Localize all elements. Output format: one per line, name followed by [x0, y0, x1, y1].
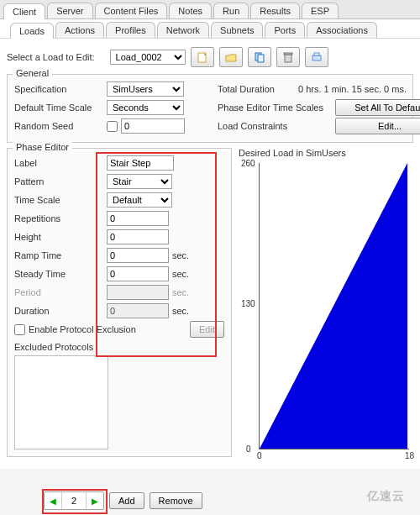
open-icon: [225, 51, 237, 63]
reps-label: Repetitions: [14, 213, 107, 223]
open-button[interactable]: [219, 47, 243, 67]
steady-input[interactable]: [107, 266, 169, 281]
copy-icon: [254, 51, 265, 63]
seed-label: Random Seed: [14, 121, 107, 131]
copy-button[interactable]: [248, 47, 271, 67]
svg-rect-3: [285, 55, 291, 62]
tab-results[interactable]: Results: [250, 3, 300, 18]
reps-input[interactable]: [107, 211, 169, 226]
pager-prev[interactable]: ◀: [45, 492, 61, 509]
tab-content-files[interactable]: Content Files: [95, 3, 168, 18]
period-unit: sec.: [172, 287, 189, 297]
spec-select[interactable]: SimUsers: [107, 81, 184, 97]
enable-exclusion-checkbox[interactable]: [14, 324, 25, 335]
tab-notes[interactable]: Notes: [169, 3, 212, 18]
tab-esp[interactable]: ESP: [302, 3, 339, 18]
watermark: 亿速云: [367, 489, 405, 504]
chart-area: 260 130 0 0 18: [259, 163, 409, 449]
toolbar: Select a Load to Edit: Load_0002: [7, 45, 413, 74]
excluded-protocols-label: Excluded Protocols: [14, 342, 224, 352]
duration-input: [107, 303, 169, 318]
seed-checkbox[interactable]: [107, 121, 118, 132]
pattern-select[interactable]: Stair: [107, 174, 172, 189]
period-input: [107, 285, 169, 300]
height-label: Height: [14, 232, 107, 242]
pager-next[interactable]: ▶: [87, 492, 103, 509]
group-general-title: General: [13, 68, 52, 78]
spec-label: Specification: [14, 84, 107, 94]
new-icon: [197, 51, 208, 63]
load-select[interactable]: Load_0002: [110, 50, 186, 65]
default-tscale-label: Default Time Scale: [14, 102, 107, 113]
chart-series-fill: [260, 163, 407, 449]
group-phase-editor: Phase Editor Label Pattern Stair Time Sc…: [7, 148, 232, 457]
footer: ◀ ▶ Add Remove: [7, 491, 413, 510]
totaldur-label: Total Duration: [218, 84, 298, 94]
remove-button[interactable]: Remove: [150, 492, 202, 509]
seed-input[interactable]: [121, 118, 185, 134]
ytick-mid: 130: [241, 299, 255, 308]
enable-exclusion-label: Enable Protocol Exclusion: [29, 324, 190, 334]
phasescales-label: Phase Editor Time Scales: [218, 102, 335, 113]
period-label: Period: [14, 287, 107, 297]
ytick-bot: 0: [246, 444, 251, 454]
tab-run[interactable]: Run: [213, 3, 249, 18]
delete-button[interactable]: [276, 47, 300, 67]
svg-rect-6: [314, 53, 319, 55]
pager: ◀ ▶: [44, 491, 104, 510]
print-button[interactable]: [305, 47, 328, 67]
duration-label: Duration: [14, 306, 107, 316]
print-icon: [311, 51, 323, 63]
excluded-protocols-list[interactable]: [14, 355, 108, 449]
steady-label: Steady Time: [14, 269, 107, 279]
ramp-label: Ramp Time: [14, 250, 107, 260]
ramp-input[interactable]: [107, 248, 169, 263]
new-button[interactable]: [191, 47, 214, 67]
xtick-right: 18: [405, 451, 414, 460]
chart-title: Desired Load in SimUsers: [239, 148, 413, 158]
exclusion-edit-button: Edit: [190, 321, 224, 338]
phase-title: Phase Editor: [13, 142, 72, 152]
totaldur-value: 0 hrs. 1 min. 15 sec. 0 ms.: [298, 84, 407, 94]
ramp-unit: sec.: [172, 250, 189, 260]
duration-unit: sec.: [172, 306, 189, 316]
toolbar-label: Select a Load to Edit:: [7, 52, 95, 62]
height-input[interactable]: [107, 229, 169, 244]
subtab-ports[interactable]: Ports: [265, 22, 305, 38]
tab-client[interactable]: Client: [3, 3, 45, 19]
label-label: Label: [14, 158, 107, 168]
default-tscale-select[interactable]: Seconds: [107, 100, 184, 115]
subtab-profiles[interactable]: Profiles: [106, 22, 155, 38]
pager-input[interactable]: [61, 492, 87, 509]
phase-tscale-select[interactable]: Default: [107, 192, 172, 208]
subtab-associations[interactable]: Associations: [307, 22, 377, 38]
chart-panel: Desired Load in SimUsers 260 130 0 0 18: [239, 148, 413, 462]
subtab-subnets[interactable]: Subnets: [211, 22, 263, 38]
tab-server[interactable]: Server: [47, 3, 92, 18]
add-button[interactable]: Add: [109, 492, 144, 509]
subtab-actions[interactable]: Actions: [55, 22, 104, 38]
label-input[interactable]: [107, 155, 174, 171]
tabs-sub: Loads Actions Profiles Network Subnets P…: [0, 19, 420, 39]
constraints-label: Load Constraints: [218, 121, 335, 131]
phase-tscale-label: Time Scale: [14, 195, 107, 205]
xtick-left: 0: [257, 451, 262, 460]
svg-rect-2: [258, 55, 264, 62]
svg-rect-5: [312, 55, 321, 60]
subtab-loads[interactable]: Loads: [10, 23, 54, 39]
pattern-label: Pattern: [14, 176, 107, 187]
subtab-network[interactable]: Network: [157, 22, 209, 38]
edit-constraints-button[interactable]: Edit...: [335, 118, 420, 134]
tabs-top: Client Server Content Files Notes Run Re…: [0, 0, 420, 19]
steady-unit: sec.: [172, 269, 189, 279]
svg-rect-4: [284, 53, 292, 55]
trash-icon: [282, 51, 294, 63]
set-all-default-button[interactable]: Set All To Default: [335, 99, 420, 116]
group-general: General Specification SimUsers Default T…: [7, 74, 413, 143]
ytick-top: 260: [241, 159, 255, 168]
